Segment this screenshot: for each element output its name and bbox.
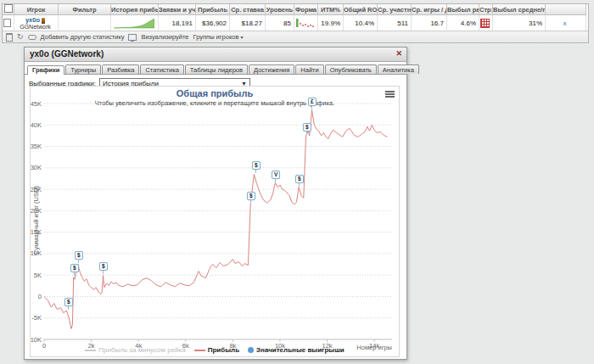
cell-bust-mid-late: 31% bbox=[493, 15, 546, 31]
significant-win-badge[interactable]: $ bbox=[70, 264, 79, 272]
visualize-icon[interactable] bbox=[128, 34, 137, 41]
svg-text:15K: 15K bbox=[31, 228, 42, 236]
column-header-form[interactable]: Форма bbox=[294, 4, 318, 15]
player-stats-table: ИгрокФильтрИстория прибы.Заявки и участП… bbox=[2, 3, 589, 43]
player-groups-dropdown[interactable]: Группы игроков ▾ bbox=[193, 33, 244, 41]
win-marker-stem bbox=[103, 271, 104, 274]
svg-text:12k: 12k bbox=[322, 342, 333, 350]
cell-profit-history bbox=[111, 15, 159, 31]
tab-найти[interactable]: Найти bbox=[295, 64, 323, 74]
tab-опубликовать[interactable]: Опубликовать bbox=[325, 64, 377, 74]
column-header-roi[interactable]: Общий ROI bbox=[344, 4, 378, 15]
profit-history-sparkline bbox=[114, 18, 154, 29]
expand-link[interactable]: x bbox=[563, 20, 567, 27]
svg-text:35K: 35K bbox=[31, 143, 42, 150]
svg-text:14k: 14k bbox=[369, 342, 379, 350]
column-header-select[interactable] bbox=[3, 4, 14, 15]
tab-статистика[interactable]: Статистика bbox=[140, 64, 183, 74]
column-header-level[interactable]: Уровень bbox=[266, 4, 294, 15]
profit-chart-svg[interactable]: -10K-5K05K10K15K20K25K30K35K40K45K02k4k6… bbox=[31, 87, 399, 356]
trash-icon[interactable] bbox=[6, 33, 13, 42]
significant-win-badge[interactable]: $ bbox=[99, 262, 108, 271]
link-icon[interactable] bbox=[28, 35, 36, 40]
panel-title: yx0o (GGNetwork) bbox=[30, 49, 104, 59]
cell-games-per-day: 16.7 bbox=[412, 15, 447, 31]
svg-text:45K: 45K bbox=[31, 100, 42, 108]
svg-text:10k: 10k bbox=[275, 342, 285, 350]
streak-icon bbox=[480, 19, 490, 28]
series-Прибыль bbox=[44, 110, 387, 329]
significant-win-badge[interactable]: $ bbox=[247, 192, 255, 200]
svg-text:0: 0 bbox=[42, 342, 46, 350]
table-row: yx0oGGNetwork18,191$36,902$18.278519.9%1… bbox=[3, 15, 588, 31]
column-header-itm[interactable]: ИТМ% bbox=[318, 4, 344, 15]
column-header-games-per-day[interactable]: Ср. игры / день bbox=[412, 4, 447, 15]
row-checkbox[interactable] bbox=[3, 19, 11, 27]
column-header-streak[interactable]: Стр: bbox=[479, 4, 493, 15]
select-all-checkbox[interactable] bbox=[4, 4, 13, 13]
cell-form bbox=[294, 15, 318, 31]
win-marker-stem bbox=[74, 272, 75, 276]
significant-win-badge[interactable]: £ bbox=[308, 98, 317, 106]
win-marker-stem bbox=[68, 306, 69, 310]
win-marker-stem bbox=[311, 106, 312, 109]
significant-win-badge[interactable]: $ bbox=[295, 175, 304, 183]
player-network: GGNetwork bbox=[20, 24, 51, 31]
player-groups-label: Группы игроков bbox=[193, 33, 239, 41]
significant-win-badge[interactable]: V bbox=[272, 171, 280, 179]
svg-text:30K: 30K bbox=[31, 164, 42, 171]
add-statistic-link[interactable]: Добавить другую статистику bbox=[41, 33, 125, 41]
player-name-link[interactable]: yx0o bbox=[25, 17, 45, 24]
tab-графики[interactable]: Графики bbox=[27, 65, 64, 75]
svg-text:6k: 6k bbox=[182, 342, 189, 350]
column-header-entries[interactable]: Заявки и участ bbox=[159, 4, 196, 15]
visualize-link[interactable]: Визуализируйте bbox=[141, 33, 188, 41]
svg-text:40K: 40K bbox=[31, 121, 42, 129]
tab-разбивка[interactable]: Разбивка bbox=[102, 64, 139, 74]
tab-таблицы-лидеров[interactable]: Таблицы лидеров bbox=[185, 64, 248, 74]
chevron-down-icon: ▾ bbox=[241, 35, 244, 40]
column-header-expand[interactable] bbox=[546, 4, 586, 15]
cell-entries: 18,191 bbox=[159, 15, 196, 31]
column-header-profit-history[interactable]: История прибы. bbox=[111, 4, 159, 15]
win-marker-stem bbox=[78, 260, 79, 263]
cell-filter bbox=[59, 15, 111, 31]
svg-text:-10K: -10K bbox=[31, 336, 42, 344]
cell-roi: 10.4% bbox=[344, 15, 378, 31]
close-icon[interactable]: ✕ bbox=[395, 49, 402, 58]
cell-expand: x bbox=[546, 15, 586, 31]
significant-win-badge[interactable]: $ bbox=[64, 298, 73, 306]
svg-text:20K: 20K bbox=[31, 207, 42, 215]
column-header-profit[interactable]: Прибыль bbox=[196, 4, 230, 15]
column-header-bust-early[interactable]: Выбыл рано bbox=[447, 4, 479, 15]
cell-select bbox=[3, 15, 14, 31]
win-marker-stem bbox=[299, 183, 300, 187]
panel-header: yx0o (GGNetwork) ✕ bbox=[25, 48, 406, 62]
win-marker-stem bbox=[250, 200, 251, 204]
refresh-icon[interactable]: ↻ bbox=[17, 33, 24, 41]
svg-text:8k: 8k bbox=[229, 342, 236, 350]
player-panel: yx0o (GGNetwork) ✕ ГрафикиТурнирыРазбивк… bbox=[24, 47, 407, 360]
svg-text:25K: 25K bbox=[31, 186, 42, 193]
cell-streak bbox=[479, 15, 493, 31]
tab-достижения[interactable]: Достижения bbox=[249, 64, 294, 74]
svg-text:-5K: -5K bbox=[31, 314, 42, 322]
win-marker-stem bbox=[255, 170, 256, 173]
tab-турниры[interactable]: Турниры bbox=[65, 64, 101, 74]
cell-level: 85 bbox=[266, 15, 294, 31]
cell-profit: $36,902 bbox=[196, 15, 230, 31]
svg-text:10K: 10K bbox=[31, 249, 42, 257]
column-header-bust-mid-late[interactable]: Выбыл средне/поздно bbox=[493, 4, 546, 15]
svg-text:0: 0 bbox=[38, 293, 42, 300]
column-header-avg-entrants[interactable]: Ср. участники bbox=[378, 4, 412, 15]
player-badge-icon bbox=[42, 18, 45, 24]
significant-win-badge[interactable]: $ bbox=[303, 123, 311, 132]
column-header-filter[interactable]: Фильтр bbox=[59, 4, 111, 15]
column-header-player[interactable]: Игрок bbox=[14, 4, 59, 15]
significant-win-badge[interactable]: $ bbox=[252, 161, 261, 170]
tab-аналитика[interactable]: Аналитика bbox=[378, 64, 419, 74]
significant-win-badge[interactable]: $ bbox=[75, 251, 83, 260]
cell-bust-early: 4.6% bbox=[447, 15, 479, 31]
profit-chart[interactable]: Общая прибыль Чтобы увеличить изображени… bbox=[30, 86, 400, 357]
column-header-avg-stake[interactable]: Ср. ставка bbox=[230, 4, 266, 15]
